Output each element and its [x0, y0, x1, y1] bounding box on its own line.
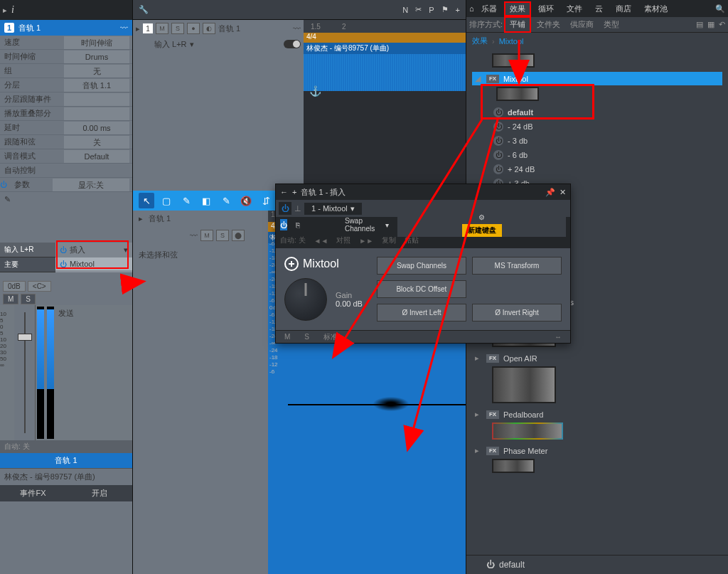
mute-btn[interactable]: M: [156, 23, 168, 34]
list-view-icon[interactable]: ▤: [696, 20, 703, 29]
ruler[interactable]: 1.5 2: [304, 20, 466, 33]
tab-loops[interactable]: 循环: [532, 1, 560, 16]
tab-cloud[interactable]: 云: [589, 1, 609, 16]
editor-link[interactable]: ⬤: [232, 230, 245, 241]
tool-n[interactable]: N: [402, 6, 408, 14]
track-header[interactable]: 1 音轨 1 〰: [0, 20, 132, 36]
sort-flat[interactable]: 平铺: [504, 16, 531, 33]
layer-follow[interactable]: [64, 93, 129, 106]
db-readout[interactable]: 0dB: [3, 281, 26, 292]
invert-left-btn[interactable]: Ø Invert Left: [377, 304, 466, 321]
timesig[interactable]: 4/4: [304, 33, 466, 43]
input-tab[interactable]: 输入 L+R: [0, 243, 55, 257]
insert-mixtool[interactable]: ⏻Mixtool: [55, 257, 132, 270]
erase-tool[interactable]: ◧: [198, 193, 214, 208]
volume-fader[interactable]: [14, 305, 36, 440]
block-dc-btn[interactable]: Block DC Offset: [377, 280, 466, 298]
tool-p[interactable]: P: [429, 6, 434, 14]
solo-button[interactable]: S: [21, 294, 36, 304]
gear-icon[interactable]: ⚙: [478, 213, 485, 221]
pan-readout[interactable]: <C>: [28, 281, 51, 292]
plugin-power[interactable]: ⏻: [279, 202, 291, 215]
editor-mute[interactable]: M: [200, 230, 213, 241]
event-fx-tab[interactable]: 事件FX: [0, 485, 66, 501]
delay-value[interactable]: 0.00 ms: [64, 122, 129, 134]
resize-icon[interactable]: ↔: [555, 333, 562, 341]
param-display[interactable]: 显示:关: [53, 179, 129, 191]
bypass-btn[interactable]: ⏻: [280, 219, 287, 230]
input-selector[interactable]: 输入 L+R: [154, 39, 187, 50]
wrench-icon[interactable]: 🔧: [139, 5, 149, 14]
sidechain-icon[interactable]: ⊥: [294, 204, 301, 213]
new-keyboard-btn[interactable]: 新建键盘: [462, 224, 502, 237]
fx-pedalboard[interactable]: ▸FXPedalboard: [472, 408, 722, 421]
tool-slice[interactable]: ✂: [415, 5, 422, 14]
arrange-track-header[interactable]: ▸ 1 M S ● ◐ 音轨 1 〰: [133, 20, 304, 37]
anchor-icon[interactable]: ⚓: [309, 85, 321, 97]
back-icon[interactable]: ↶: [719, 20, 725, 29]
editor-track-header[interactable]: ▸ 音轨 1: [133, 211, 268, 227]
invert-right-btn[interactable]: Ø Invert Right: [472, 304, 562, 321]
sort-type[interactable]: 类型: [599, 18, 623, 31]
add-icon[interactable]: +: [292, 188, 296, 196]
info-icon[interactable]: i: [11, 4, 14, 16]
auto-label[interactable]: 自动: 关: [280, 235, 306, 245]
pin-button[interactable]: 📌: [545, 188, 555, 197]
gain-knob[interactable]: [284, 278, 327, 321]
grid-view-icon[interactable]: ▦: [707, 20, 714, 29]
mixtool-thumb[interactable]: [496, 87, 539, 101]
sort-vendor[interactable]: 供应商: [566, 18, 598, 31]
timestretch-mode[interactable]: Drums: [64, 51, 129, 63]
preset-m24[interactable]: ⏻- 24 dB: [472, 119, 722, 134]
group-select[interactable]: 无: [64, 65, 129, 78]
pin-icon[interactable]: ←: [280, 188, 288, 196]
insert-header[interactable]: ⏻插入▾: [55, 243, 132, 257]
edit-icon[interactable]: ✎: [0, 192, 132, 207]
close-button[interactable]: ✕: [560, 188, 566, 197]
preset-default[interactable]: ⏻default: [472, 105, 722, 119]
preset-p24[interactable]: ⏻+ 24 dB: [472, 162, 722, 176]
editor-solo[interactable]: S: [216, 230, 229, 241]
browser-mixtool[interactable]: ◢FXMixtool: [472, 72, 722, 85]
mute-tool[interactable]: 🔇: [238, 193, 254, 208]
solo-btn[interactable]: S: [171, 23, 184, 34]
swap-channels-btn[interactable]: Swap Channels: [377, 257, 466, 275]
paint-tool[interactable]: ✎: [218, 193, 234, 208]
audio-clip[interactable]: 林俊杰 - 编号89757 (单曲) ⚓: [304, 43, 466, 91]
range-tool[interactable]: ▢: [159, 193, 174, 208]
toggle-switch[interactable]: [284, 40, 301, 48]
tune-mode[interactable]: Default: [64, 150, 129, 163]
tab-files[interactable]: 文件: [561, 1, 588, 16]
tab-effects[interactable]: 效果: [504, 1, 531, 16]
breadcrumb[interactable]: 效果 › Mixtool: [466, 33, 728, 49]
preset-m6[interactable]: ⏻- 6 db: [472, 148, 722, 162]
record-btn[interactable]: ●: [187, 23, 200, 34]
tempo-mode[interactable]: 时间伸缩: [64, 36, 129, 49]
tab-store[interactable]: 商店: [610, 1, 637, 16]
ms-transform-btn[interactable]: MS Transform: [472, 257, 562, 275]
copy-icon[interactable]: ⎘: [296, 221, 300, 229]
tool-flag[interactable]: ⚑: [441, 5, 449, 14]
preset-name[interactable]: Swap Channels: [345, 217, 377, 233]
tab-pool[interactable]: 素材池: [638, 1, 673, 16]
collapse-icon[interactable]: ▸: [3, 6, 7, 15]
preset-m3[interactable]: ⏻- 3 db: [472, 134, 722, 148]
tab-instruments[interactable]: 乐器: [476, 1, 503, 16]
tool-plus[interactable]: +: [456, 6, 460, 14]
main-tab[interactable]: 主要: [0, 257, 55, 272]
monitor-btn[interactable]: ◐: [203, 23, 215, 34]
enable-tab[interactable]: 开启: [66, 485, 132, 501]
track-footer[interactable]: 音轨 1: [0, 453, 132, 468]
prev-preset[interactable]: ◄◄: [314, 237, 328, 245]
arrow-tool[interactable]: ↖: [139, 193, 154, 208]
play-overlap[interactable]: [64, 107, 129, 120]
automation-mode[interactable]: 自动: 关: [0, 440, 132, 453]
power-icon[interactable]: ⏻: [0, 181, 7, 188]
draw-tool[interactable]: ✎: [178, 193, 194, 208]
bend-tool[interactable]: ⇵: [258, 193, 274, 208]
next-preset[interactable]: ►►: [359, 237, 373, 245]
follow-chord[interactable]: 关: [64, 136, 129, 149]
fx-openair[interactable]: ▸FXOpen AIR: [472, 351, 722, 365]
search-icon[interactable]: 🔍: [715, 4, 725, 14]
home-icon[interactable]: ⌂: [469, 4, 474, 13]
